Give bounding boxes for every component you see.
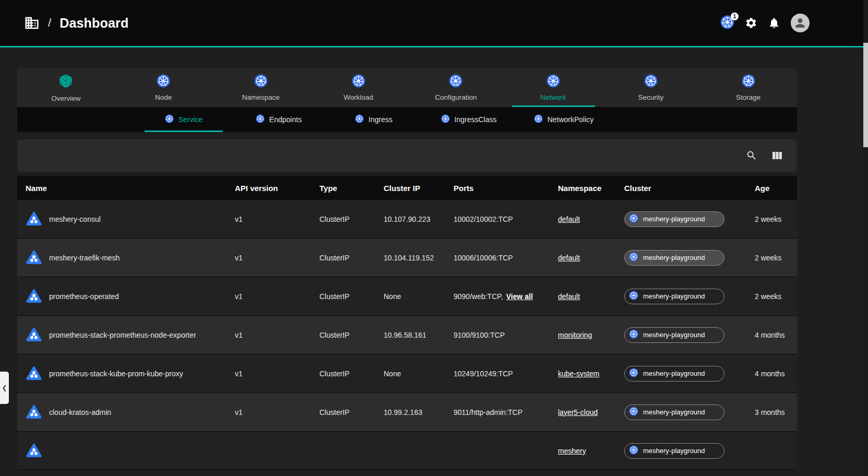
tab-label: Storage [736, 93, 760, 101]
kubernetes-icon [157, 74, 170, 90]
namespace-link[interactable]: default [558, 215, 580, 223]
user-avatar-button[interactable] [791, 14, 810, 32]
cluster-name: meshery-playground [643, 447, 705, 455]
table-row[interactable]: prometheus-operatedv1ClusterIPNone9090/w… [17, 277, 797, 316]
namespace-link[interactable]: meshery [558, 447, 586, 455]
meshery-logo-icon [58, 73, 74, 91]
tab-storage[interactable]: Storage [699, 68, 797, 107]
ports-cell: 10249/10249:TCP [454, 370, 558, 378]
drawer-collapse-button[interactable]: ❮ [0, 372, 9, 404]
subtab-service[interactable]: Service [136, 107, 231, 132]
namespace-link[interactable]: monitoring [558, 331, 592, 339]
subtab-ingress[interactable]: Ingress [326, 107, 421, 132]
namespace-cell: monitoring [558, 331, 624, 339]
kubernetes-icon [441, 114, 450, 125]
tab-network[interactable]: Network [505, 68, 602, 107]
subtab-networkpolicy[interactable]: NetworkPolicy [516, 107, 611, 132]
subtab-ingressclass[interactable]: IngressClass [421, 107, 516, 132]
cluster-chip[interactable]: meshery-playground [624, 404, 724, 420]
kubernetes-context-button[interactable]: 1 [720, 15, 734, 31]
subtab-label: Endpoints [269, 115, 302, 124]
namespace-link[interactable]: default [558, 254, 580, 262]
service-icon [26, 365, 42, 382]
resource-category-tabs: OverviewNodeNamespaceWorkloadConfigurati… [17, 68, 797, 107]
service-name: meshery-traefik-mesh [49, 254, 120, 262]
cluster-cell: meshery-playground [624, 289, 746, 304]
column-header-namespace[interactable]: Namespace [558, 184, 624, 193]
namespace-link[interactable]: layer5-cloud [558, 408, 598, 416]
subtab-label: Ingress [368, 115, 393, 124]
column-header-type[interactable]: Type [319, 184, 384, 193]
column-header-api-version[interactable]: API version [235, 184, 319, 193]
view-all-ports-link[interactable]: View all [506, 292, 533, 301]
tab-label: Configuration [435, 93, 477, 101]
tab-overview[interactable]: Overview [17, 68, 115, 107]
column-header-age[interactable]: Age [746, 184, 797, 193]
kubernetes-icon [254, 74, 268, 90]
name-cell [26, 443, 235, 459]
tab-node[interactable]: Node [115, 68, 212, 107]
tab-security[interactable]: Security [602, 68, 700, 107]
cluster-chip[interactable]: meshery-playground [624, 289, 724, 304]
cluster-ip: None [384, 370, 454, 378]
ports: 10249/10249:TCP [454, 370, 513, 378]
cluster-chip[interactable]: meshery-playground [624, 327, 724, 343]
namespace-cell: default [558, 254, 624, 262]
cluster-name: meshery-playground [643, 292, 705, 300]
table-row[interactable]: meshery-consulv1ClusterIP10.107.90.22310… [17, 200, 797, 239]
kubernetes-icon [546, 74, 560, 90]
column-header-cluster-ip[interactable]: Cluster IP [384, 184, 454, 193]
kubernetes-icon [534, 114, 543, 125]
namespace-link[interactable]: kube-system [558, 370, 599, 378]
name-cell: meshery-traefik-mesh [26, 249, 235, 266]
kubernetes-icon [256, 114, 265, 125]
view-columns-button[interactable] [771, 149, 783, 162]
name-cell: meshery-consul [26, 211, 235, 228]
column-header-name[interactable]: Name [26, 184, 235, 193]
api-version: v1 [235, 370, 319, 378]
scrollbar-thumb[interactable] [863, 43, 868, 147]
table-row[interactable]: prometheus-stack-kube-prom-kube-proxyv1C… [17, 354, 797, 393]
kubernetes-icon [644, 74, 658, 90]
ports-cell: 9011/http-admin:TCP [454, 408, 558, 416]
tab-workload[interactable]: Workload [310, 68, 407, 107]
cluster-name: meshery-playground [643, 408, 705, 416]
cluster-chip[interactable]: meshery-playground [624, 211, 724, 227]
service-name: prometheus-operated [49, 292, 119, 301]
age: 4 months [746, 331, 797, 339]
kubernetes-icon [742, 74, 755, 90]
cluster-ip: 10.104.119.152 [384, 254, 454, 262]
api-version: v1 [235, 292, 319, 301]
kubernetes-icon [165, 114, 174, 125]
cluster-chip[interactable]: meshery-playground [624, 250, 724, 266]
service-name: prometheus-stack-kube-prom-kube-proxy [49, 370, 183, 378]
column-header-cluster[interactable]: Cluster [624, 184, 746, 193]
api-version: v1 [235, 254, 319, 262]
tab-namespace[interactable]: Namespace [212, 68, 310, 107]
cluster-cell: meshery-playground [624, 443, 746, 459]
notifications-button[interactable] [768, 17, 780, 29]
service-name: meshery-consul [49, 215, 101, 223]
namespace-link[interactable]: default [558, 292, 580, 301]
name-cell: cloud-kratos-admin [26, 404, 235, 421]
table-row[interactable]: mesherymeshery-playground [17, 432, 797, 470]
settings-button[interactable] [745, 17, 757, 29]
api-version: v1 [235, 331, 319, 339]
table-row[interactable]: cloud-kratos-adminv1ClusterIP10.99.2.163… [17, 393, 797, 432]
scrollbar-track[interactable] [863, 0, 868, 476]
kubernetes-icon [629, 329, 638, 340]
cluster-chip[interactable]: meshery-playground [624, 366, 724, 382]
search-button[interactable] [746, 150, 757, 161]
table-row[interactable]: prometheus-stack-prometheus-node-exporte… [17, 316, 797, 354]
tab-configuration[interactable]: Configuration [407, 68, 505, 107]
cluster-chip[interactable]: meshery-playground [624, 443, 724, 459]
column-header-ports[interactable]: Ports [454, 184, 558, 193]
table-header-row: NameAPI versionTypeCluster IPPortsNamesp… [17, 176, 797, 200]
ports-cell: 10006/10006:TCP [454, 254, 558, 262]
tab-label: Network [540, 93, 566, 101]
subtab-endpoints[interactable]: Endpoints [231, 107, 326, 132]
building-icon[interactable] [24, 15, 40, 31]
table-row[interactable]: meshery-traefik-meshv1ClusterIP10.104.11… [17, 239, 797, 277]
ports-cell: 9100/9100:TCP [454, 331, 558, 339]
namespace-cell: meshery [558, 447, 624, 455]
